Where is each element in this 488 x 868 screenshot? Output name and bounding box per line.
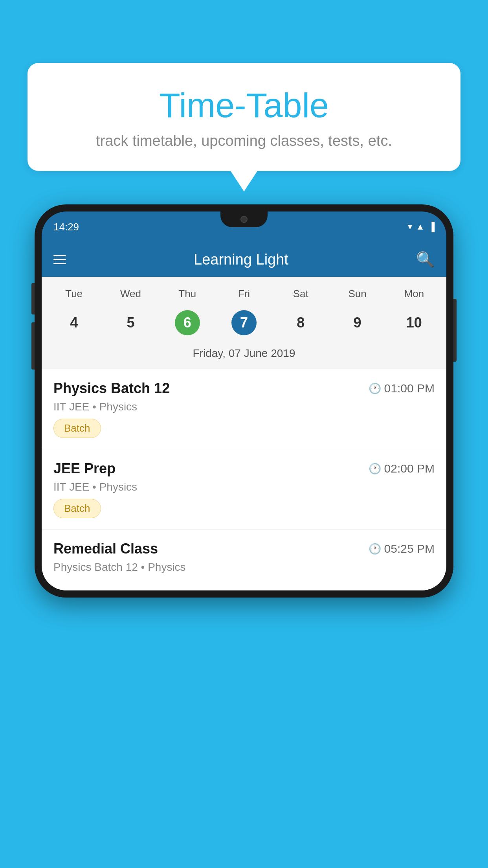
schedule-item-1[interactable]: Physics Batch 12 🕐 01:00 PM IIT JEE • Ph…	[42, 369, 446, 449]
wifi-icon: ▾	[408, 222, 412, 232]
schedule-item-3-title: Remedial Class	[53, 541, 158, 557]
phone-device: 14:29 ▾ ▲ ▐ Learning Light 🔍	[35, 204, 453, 598]
speech-bubble: Time-Table track timetable, upcoming cla…	[28, 63, 460, 171]
search-icon[interactable]: 🔍	[416, 251, 435, 268]
calendar-day-7[interactable]: 7	[216, 306, 272, 339]
schedule-item-2-time: 🕐 02:00 PM	[369, 462, 435, 475]
schedule-item-1-header: Physics Batch 12 🕐 01:00 PM	[53, 380, 435, 397]
schedule-item-2-title: JEE Prep	[53, 460, 116, 477]
schedule-item-1-title: Physics Batch 12	[53, 380, 170, 397]
day-label-sun: Sun	[329, 285, 385, 303]
clock-icon-2: 🕐	[369, 463, 381, 475]
calendar-day-10[interactable]: 10	[386, 306, 442, 339]
status-time: 14:29	[53, 221, 79, 233]
selected-date-label: Friday, 07 June 2019	[46, 344, 442, 365]
calendar-day-6[interactable]: 6	[159, 306, 216, 339]
schedule-item-3-time: 🕐 05:25 PM	[369, 542, 435, 555]
schedule-item-3-header: Remedial Class 🕐 05:25 PM	[53, 541, 435, 557]
phone-button-volume-up	[31, 283, 35, 314]
day-label-wed: Wed	[102, 285, 159, 303]
calendar-day-9[interactable]: 9	[329, 306, 385, 339]
day-label-mon: Mon	[386, 285, 442, 303]
menu-button[interactable]	[53, 255, 66, 264]
day-label-sat: Sat	[272, 285, 329, 303]
phone-screen: 14:29 ▾ ▲ ▐ Learning Light 🔍	[42, 211, 446, 590]
signal-icon: ▲	[416, 222, 425, 232]
status-bar: 14:29 ▾ ▲ ▐	[42, 211, 446, 242]
status-icons: ▾ ▲ ▐	[408, 222, 435, 232]
schedule-item-1-subtitle: IIT JEE • Physics	[53, 401, 435, 413]
schedule-item-1-time: 🕐 01:00 PM	[369, 382, 435, 395]
schedule-item-2[interactable]: JEE Prep 🕐 02:00 PM IIT JEE • Physics Ba…	[42, 449, 446, 530]
battery-icon: ▐	[428, 222, 435, 232]
day-numbers-row: 4 5 6 7 8 9 10	[46, 306, 442, 339]
schedule-item-2-header: JEE Prep 🕐 02:00 PM	[53, 460, 435, 477]
schedule-list: Physics Batch 12 🕐 01:00 PM IIT JEE • Ph…	[42, 369, 446, 590]
bubble-subtitle: track timetable, upcoming classes, tests…	[47, 132, 441, 149]
day-labels-row: Tue Wed Thu Fri Sat Sun Mon	[46, 285, 442, 303]
menu-line-2	[53, 259, 66, 260]
schedule-item-3-subtitle: Physics Batch 12 • Physics	[53, 561, 435, 574]
day-label-tue: Tue	[46, 285, 102, 303]
app-title: Learning Light	[66, 251, 416, 268]
phone-button-power	[453, 299, 457, 362]
menu-line-1	[53, 255, 66, 256]
menu-line-3	[53, 263, 66, 264]
calendar-day-4[interactable]: 4	[46, 306, 102, 339]
day-label-fri: Fri	[216, 285, 272, 303]
calendar-day-8[interactable]: 8	[272, 306, 329, 339]
speech-bubble-wrapper: Time-Table track timetable, upcoming cla…	[28, 63, 460, 171]
batch-badge-2: Batch	[53, 499, 101, 518]
schedule-item-3[interactable]: Remedial Class 🕐 05:25 PM Physics Batch …	[42, 530, 446, 590]
clock-icon-1: 🕐	[369, 383, 381, 395]
app-bar: Learning Light 🔍	[42, 242, 446, 277]
notch	[220, 211, 268, 227]
day-label-thu: Thu	[159, 285, 216, 303]
calendar-day-5[interactable]: 5	[102, 306, 159, 339]
bubble-title: Time-Table	[47, 86, 441, 125]
phone-wrapper: 14:29 ▾ ▲ ▐ Learning Light 🔍	[35, 204, 453, 598]
schedule-item-2-subtitle: IIT JEE • Physics	[53, 481, 435, 493]
camera	[240, 216, 248, 223]
calendar-strip: Tue Wed Thu Fri Sat Sun Mon 4 5 6 7 8 9 …	[42, 277, 446, 369]
batch-badge-1: Batch	[53, 419, 101, 438]
phone-button-volume-down	[31, 322, 35, 370]
clock-icon-3: 🕐	[369, 543, 381, 555]
